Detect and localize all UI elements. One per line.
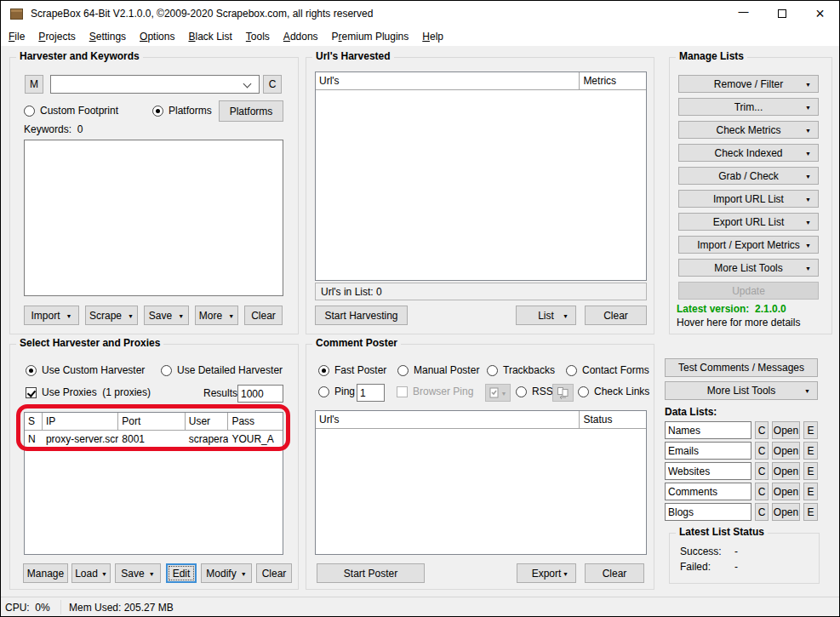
data-list-websites-input[interactable]	[665, 462, 751, 480]
keywords-scrape-button[interactable]: Scrape ▼	[85, 306, 138, 325]
platforms-radio[interactable]	[152, 106, 163, 117]
proxy-table[interactable]: S IP Port User Pass N proxy-server.scr 8…	[24, 412, 283, 555]
websites-e-button[interactable]: E	[803, 462, 818, 480]
comments-open-button[interactable]: Open	[772, 483, 800, 500]
list-dropdown-button[interactable]: List ▼	[516, 306, 576, 325]
menu-item-settings[interactable]: Settings	[83, 28, 133, 45]
blogs-e-button[interactable]: E	[803, 503, 818, 521]
check-links-radio[interactable]	[578, 386, 589, 397]
menu-item-projects[interactable]: Projects	[31, 28, 82, 45]
keywords-textarea[interactable]	[24, 140, 283, 296]
check-links-label[interactable]: Check Links	[594, 386, 649, 397]
data-list-blogs-input[interactable]	[665, 503, 751, 521]
menu-item-addons[interactable]: Addons	[277, 28, 325, 45]
start-harvesting-button[interactable]: Start Harvesting	[315, 306, 408, 325]
names-open-button[interactable]: Open	[772, 421, 800, 439]
proxy-modify-button[interactable]: Modify ▼	[201, 563, 252, 583]
start-poster-button[interactable]: Start Poster	[317, 563, 425, 583]
contact-forms-radio[interactable]	[566, 365, 577, 376]
column-header-urls[interactable]: Url's	[316, 72, 580, 89]
proxy-load-button[interactable]: Load ▼	[71, 563, 111, 583]
menu-item-black-list[interactable]: Black List	[181, 28, 238, 45]
check-indexed-button[interactable]: Check Indexed ▼	[678, 144, 819, 162]
column-header-status[interactable]: Status	[580, 411, 646, 428]
import-export-metrics-button[interactable]: Import / Export Metrics ▼	[678, 236, 819, 254]
harvested-urls-table[interactable]: Url's Metrics	[315, 71, 647, 281]
results-input[interactable]	[237, 385, 283, 403]
use-detailed-harvester-label[interactable]: Use Detailed Harvester	[177, 364, 283, 376]
menu-item-premium-plugins[interactable]: Premium Plugins	[325, 28, 416, 45]
use-detailed-harvester-radio[interactable]	[161, 365, 172, 376]
blogs-open-button[interactable]: Open	[772, 503, 800, 521]
use-proxies-checkbox[interactable]	[26, 387, 37, 398]
column-header-urls[interactable]: Url's	[316, 411, 580, 428]
test-comments-button[interactable]: Test Comments / Messages	[665, 358, 818, 377]
emails-e-button[interactable]: E	[803, 442, 818, 460]
comments-c-button[interactable]: C	[755, 483, 769, 500]
column-header-user[interactable]: User	[186, 413, 229, 430]
harvested-clear-button[interactable]: Clear	[585, 306, 647, 325]
trackbacks-radio[interactable]	[487, 365, 498, 376]
grab-check-button[interactable]: Grab / Check ▼	[678, 167, 819, 185]
data-list-comments-input[interactable]	[665, 483, 751, 500]
export-url-list-button[interactable]: Export URL List ▼	[678, 213, 819, 231]
menu-item-tools[interactable]: Tools	[239, 28, 277, 45]
poster-export-button[interactable]: Export ▼	[517, 563, 576, 583]
data-list-names-input[interactable]	[665, 421, 751, 439]
trackbacks-label[interactable]: Trackbacks	[503, 364, 555, 376]
ping-radio[interactable]	[318, 386, 329, 397]
use-proxies-label[interactable]: Use Proxies (1 proxies)	[42, 386, 151, 398]
chevron-down-icon[interactable]	[243, 80, 252, 89]
platforms-radio-label[interactable]: Platforms	[169, 105, 212, 117]
column-header-pass[interactable]: Pass	[228, 413, 283, 430]
keywords-save-button[interactable]: Save ▼	[144, 306, 189, 325]
menu-item-file[interactable]: File	[2, 28, 31, 45]
footprint-combobox[interactable]	[50, 75, 260, 94]
check-metrics-button[interactable]: Check Metrics ▼	[678, 121, 819, 139]
column-header-port[interactable]: Port	[118, 413, 185, 430]
use-custom-harvester-radio[interactable]	[26, 365, 37, 376]
close-button[interactable]: ×	[801, 1, 839, 26]
column-header-metrics[interactable]: Metrics	[580, 72, 646, 89]
websites-open-button[interactable]: Open	[772, 462, 800, 480]
import-url-list-button[interactable]: Import URL List ▼	[678, 190, 819, 208]
ping-count-input[interactable]	[357, 384, 385, 402]
rss-label[interactable]: RSS	[532, 386, 553, 397]
use-custom-harvester-label[interactable]: Use Custom Harvester	[42, 364, 145, 376]
rss-radio[interactable]	[516, 386, 527, 397]
blogs-c-button[interactable]: C	[755, 503, 769, 521]
title-bar[interactable]: ScrapeBox 64-Bit V2.1.0.0, ©2009-2020 Sc…	[1, 1, 839, 26]
poster-clear-button[interactable]: Clear	[585, 563, 644, 583]
c-button[interactable]: C	[263, 75, 282, 94]
proxy-table-row[interactable]: N proxy-server.scr 8001 scrapera YOUR_A	[25, 431, 283, 448]
trim-button[interactable]: Trim... ▼	[678, 98, 819, 116]
keywords-more-button[interactable]: More ▼	[195, 306, 238, 325]
proxy-clear-button[interactable]: Clear	[256, 563, 292, 583]
maximize-button[interactable]	[763, 1, 801, 26]
m-button[interactable]: M	[25, 75, 43, 94]
poster-urls-table[interactable]: Url's Status	[315, 410, 647, 555]
fast-poster-radio[interactable]	[318, 365, 329, 376]
custom-footprint-label[interactable]: Custom Footprint	[40, 105, 118, 117]
more-list-tools-top-button[interactable]: More List Tools ▼	[678, 259, 819, 277]
names-e-button[interactable]: E	[803, 421, 818, 439]
keywords-clear-button[interactable]: Clear	[244, 306, 283, 325]
proxy-save-button[interactable]: Save ▼	[115, 563, 161, 583]
names-c-button[interactable]: C	[755, 421, 769, 439]
minimize-button[interactable]: —	[724, 1, 763, 26]
custom-footprint-radio[interactable]	[24, 106, 35, 117]
emails-open-button[interactable]: Open	[772, 442, 800, 460]
platforms-button[interactable]: Platforms	[219, 100, 283, 122]
proxy-edit-button[interactable]: Edit	[166, 563, 197, 583]
data-list-emails-input[interactable]	[665, 442, 751, 460]
column-header-ip[interactable]: IP	[43, 413, 118, 430]
websites-c-button[interactable]: C	[755, 462, 769, 480]
manual-poster-label[interactable]: Manual Poster	[414, 364, 479, 376]
menu-item-options[interactable]: Options	[133, 28, 181, 45]
emails-c-button[interactable]: C	[755, 442, 769, 460]
comments-e-button[interactable]: E	[803, 483, 818, 500]
ping-label[interactable]: Ping	[334, 386, 355, 397]
manual-poster-radio[interactable]	[397, 365, 409, 376]
menu-item-help[interactable]: Help	[415, 28, 450, 45]
remove-filter-button[interactable]: Remove / Filter ▼	[678, 75, 819, 93]
